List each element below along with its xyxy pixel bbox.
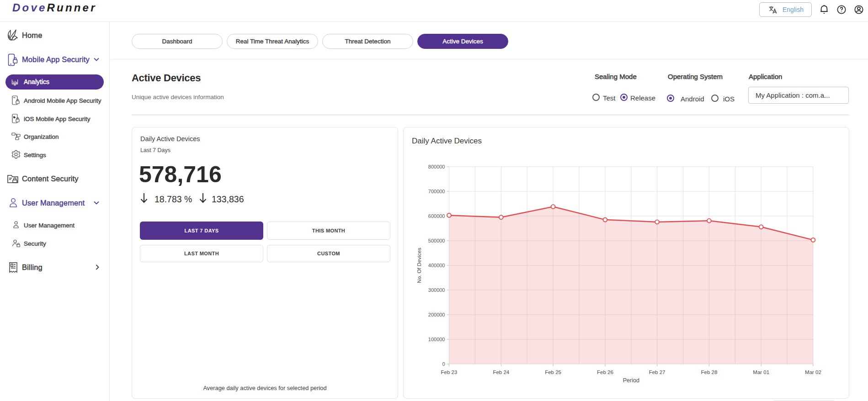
svg-text:No. Of Devices: No. Of Devices <box>416 248 422 283</box>
svg-text:0: 0 <box>442 361 445 367</box>
svg-text:Mar 02: Mar 02 <box>805 369 821 375</box>
svg-text:Feb 26: Feb 26 <box>597 369 613 375</box>
svg-text:Feb 27: Feb 27 <box>649 369 666 375</box>
svg-text:Feb 25: Feb 25 <box>545 369 561 375</box>
svg-text:Feb 28: Feb 28 <box>701 369 717 375</box>
svg-text:800000: 800000 <box>428 164 445 169</box>
svg-text:Period: Period <box>623 377 639 384</box>
svg-text:200000: 200000 <box>428 312 445 317</box>
svg-text:700000: 700000 <box>428 189 445 194</box>
svg-text:Feb 24: Feb 24 <box>493 369 509 375</box>
svg-text:500000: 500000 <box>428 238 445 243</box>
svg-text:600000: 600000 <box>428 213 445 219</box>
svg-text:Feb 23: Feb 23 <box>441 369 458 375</box>
svg-text:300000: 300000 <box>428 287 445 293</box>
svg-text:100000: 100000 <box>428 337 445 342</box>
svg-text:Mar 01: Mar 01 <box>753 369 769 375</box>
svg-text:400000: 400000 <box>428 263 445 268</box>
